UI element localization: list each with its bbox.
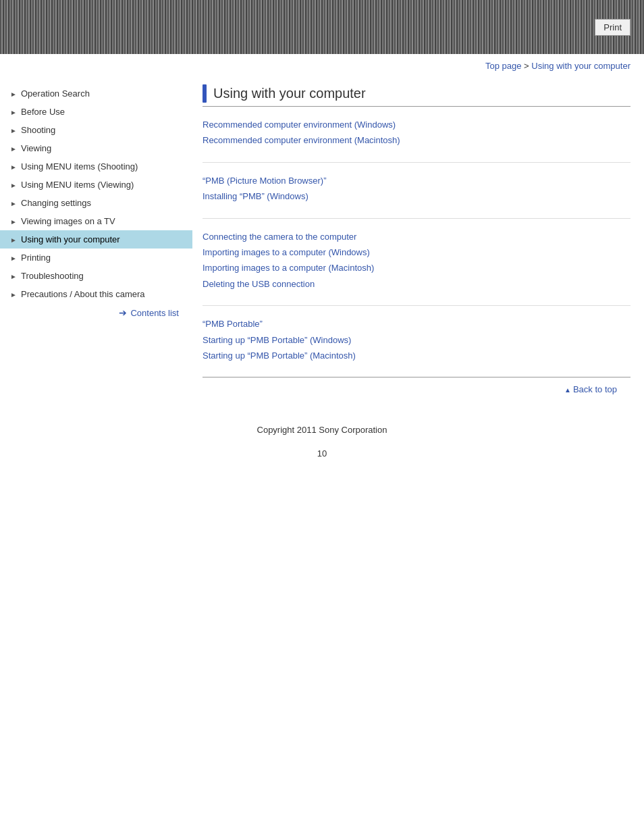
sidebar-item-label: Using with your computer	[21, 234, 120, 244]
back-to-top-label: Back to top	[573, 384, 617, 394]
arrow-icon: ►	[10, 236, 17, 243]
sidebar: ► Operation Search ► Before Use ► Shooti…	[0, 81, 192, 415]
sidebar-item-using-menu-viewing[interactable]: ► Using MENU items (Viewing)	[0, 176, 192, 194]
sidebar-item-troubleshooting[interactable]: ► Troubleshooting	[0, 267, 192, 285]
sidebar-item-label: Before Use	[21, 107, 65, 117]
link-importing-mac[interactable]: Importing images to a computer (Macintos…	[203, 260, 630, 276]
link-starting-pmb-portable-windows[interactable]: Starting up “PMB Portable” (Windows)	[203, 332, 630, 348]
link-importing-windows[interactable]: Importing images to a computer (Windows)	[203, 244, 630, 260]
link-pmb-portable[interactable]: “PMB Portable”	[203, 316, 630, 332]
sidebar-item-before-use[interactable]: ► Before Use	[0, 103, 192, 121]
sidebar-item-label: Viewing	[21, 143, 51, 153]
section-divider	[203, 162, 630, 163]
sidebar-item-operation-search[interactable]: ► Operation Search	[0, 84, 192, 103]
blue-accent-bar	[203, 84, 207, 103]
arrow-icon: ►	[10, 273, 17, 280]
sidebar-item-changing-settings[interactable]: ► Changing settings	[0, 194, 192, 212]
sidebar-item-using-menu-shooting[interactable]: ► Using MENU items (Shooting)	[0, 157, 192, 176]
sidebar-item-printing[interactable]: ► Printing	[0, 249, 192, 267]
arrow-icon: ►	[10, 127, 17, 134]
contents-list-link[interactable]: ➔ Contents list	[0, 303, 192, 322]
sidebar-item-label: Viewing images on a TV	[21, 216, 115, 226]
sidebar-item-label: Troubleshooting	[21, 271, 84, 281]
copyright-text: Copyright 2011 Sony Corporation	[0, 421, 644, 442]
arrow-icon: ►	[10, 218, 17, 225]
link-recommended-mac[interactable]: Recommended computer environment (Macint…	[203, 132, 630, 148]
section-divider	[203, 305, 630, 306]
sidebar-item-label: Using MENU items (Shooting)	[21, 161, 138, 172]
arrow-icon: ►	[10, 145, 17, 152]
contents-list-label: Contents list	[130, 308, 179, 318]
link-recommended-windows[interactable]: Recommended computer environment (Window…	[203, 117, 630, 132]
back-to-top-link[interactable]: ▲Back to top	[564, 384, 617, 394]
breadcrumb-separator: >	[522, 61, 532, 71]
sidebar-item-label: Printing	[21, 253, 51, 263]
main-layout: ► Operation Search ► Before Use ► Shooti…	[0, 74, 644, 421]
arrow-icon: ►	[10, 200, 17, 207]
section-connecting: Connecting the camera to the computer Im…	[203, 229, 630, 292]
section-recommended-env: Recommended computer environment (Window…	[203, 117, 630, 149]
sidebar-item-using-with-computer[interactable]: ► Using with your computer	[0, 230, 192, 249]
sidebar-item-label: Shooting	[21, 125, 55, 135]
sidebar-item-label: Changing settings	[21, 198, 91, 208]
sidebar-item-viewing-tv[interactable]: ► Viewing images on a TV	[0, 212, 192, 230]
section-pmb: “PMB (Picture Motion Browser)” Installin…	[203, 173, 630, 205]
breadcrumb: Top page > Using with your computer	[0, 54, 644, 74]
sidebar-item-label: Precautions / About this camera	[21, 289, 145, 299]
triangle-up-icon: ▲	[564, 386, 571, 394]
arrow-right-icon: ➔	[119, 307, 127, 318]
link-connecting-camera[interactable]: Connecting the camera to the computer	[203, 229, 630, 244]
sidebar-item-precautions[interactable]: ► Precautions / About this camera	[0, 285, 192, 303]
arrow-icon: ►	[10, 255, 17, 261]
link-installing-pmb[interactable]: Installing “PMB” (Windows)	[203, 188, 630, 204]
sidebar-item-viewing[interactable]: ► Viewing	[0, 139, 192, 157]
page-title-bar: Using with your computer	[203, 84, 630, 107]
arrow-icon: ►	[10, 163, 17, 170]
section-divider	[203, 218, 630, 219]
arrow-icon: ►	[10, 90, 17, 97]
page-title: Using with your computer	[213, 84, 366, 103]
header-bar: Print	[0, 0, 644, 54]
print-button[interactable]: Print	[595, 19, 630, 36]
arrow-icon: ►	[10, 109, 17, 115]
link-pmb-browser[interactable]: “PMB (Picture Motion Browser)”	[203, 173, 630, 188]
top-page-link[interactable]: Top page	[485, 61, 522, 71]
sidebar-item-shooting[interactable]: ► Shooting	[0, 121, 192, 139]
current-page-link[interactable]: Using with your computer	[531, 61, 630, 71]
content-footer: ▲Back to top	[203, 377, 630, 401]
link-deleting-usb[interactable]: Deleting the USB connection	[203, 276, 630, 292]
arrow-icon: ►	[10, 182, 17, 188]
page-number: 10	[0, 442, 644, 465]
sidebar-item-label: Using MENU items (Viewing)	[21, 180, 134, 190]
content-area: Using with your computer Recommended com…	[192, 81, 644, 415]
section-pmb-portable: “PMB Portable” Starting up “PMB Portable…	[203, 316, 630, 363]
link-starting-pmb-portable-mac[interactable]: Starting up “PMB Portable” (Macintosh)	[203, 348, 630, 363]
sidebar-item-label: Operation Search	[21, 88, 90, 99]
arrow-icon: ►	[10, 291, 17, 298]
